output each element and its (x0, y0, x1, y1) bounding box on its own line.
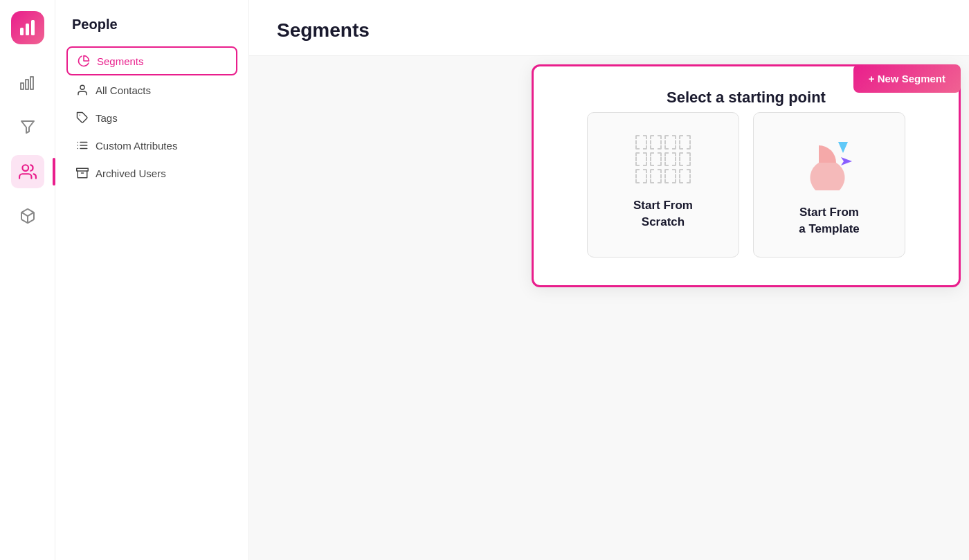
cards-row: Start FromScratch (556, 112, 936, 258)
svg-marker-18 (838, 142, 848, 153)
svg-point-6 (22, 165, 28, 171)
app-logo[interactable] (11, 11, 44, 44)
archived-users-nav-item[interactable]: Archived Users (66, 160, 237, 186)
archived-users-label: Archived Users (96, 168, 166, 179)
modal-box: Select a starting point (532, 64, 961, 287)
custom-attributes-label: Custom Attributes (96, 140, 177, 152)
segments-icon (78, 55, 90, 67)
custom-attrs-icon (76, 139, 89, 152)
tags-nav-item[interactable]: Tags (66, 105, 237, 131)
box-nav-icon[interactable] (11, 199, 44, 233)
all-contacts-label: All Contacts (96, 84, 151, 96)
new-segment-button[interactable]: + New Segment (853, 64, 961, 93)
tags-icon (76, 111, 89, 124)
icon-sidebar (0, 0, 55, 560)
tags-label: Tags (96, 112, 118, 124)
svg-rect-16 (77, 168, 89, 171)
svg-rect-4 (26, 80, 28, 89)
start-from-scratch-card[interactable]: Start FromScratch (587, 112, 739, 258)
bar-chart-nav-icon[interactable] (11, 66, 44, 100)
left-nav-title: People (66, 17, 237, 33)
segments-nav-item[interactable]: Segments (66, 46, 237, 75)
main-content: Segments + New Segment Select a starting… (249, 0, 969, 560)
svg-rect-1 (26, 24, 29, 35)
segments-label: Segments (97, 55, 144, 67)
svg-rect-5 (30, 77, 33, 89)
archive-icon (76, 167, 89, 179)
all-contacts-nav-item[interactable]: All Contacts (66, 77, 237, 103)
svg-rect-3 (21, 83, 24, 89)
overlay-panel: Select a starting point (249, 56, 969, 560)
svg-point-8 (80, 85, 84, 89)
scratch-card-label: Start FromScratch (633, 197, 693, 231)
people-nav-icon[interactable] (11, 155, 44, 188)
svg-rect-2 (31, 20, 35, 35)
scratch-grid-icon (635, 135, 691, 183)
funnel-nav-icon[interactable] (11, 111, 44, 144)
page-title: Segments (277, 19, 941, 42)
main-header: Segments (249, 0, 969, 56)
left-nav: People Segments All Contacts Tags Custom… (55, 0, 249, 560)
template-icon (798, 135, 860, 190)
svg-marker-19 (841, 157, 852, 165)
contacts-icon (76, 84, 89, 96)
svg-rect-0 (20, 28, 24, 35)
custom-attributes-nav-item[interactable]: Custom Attributes (66, 132, 237, 159)
start-from-template-card[interactable]: Start Froma Template (753, 112, 905, 258)
main-bg-area: + New Segment Select a starting point (249, 56, 969, 560)
template-card-label: Start Froma Template (799, 204, 860, 237)
